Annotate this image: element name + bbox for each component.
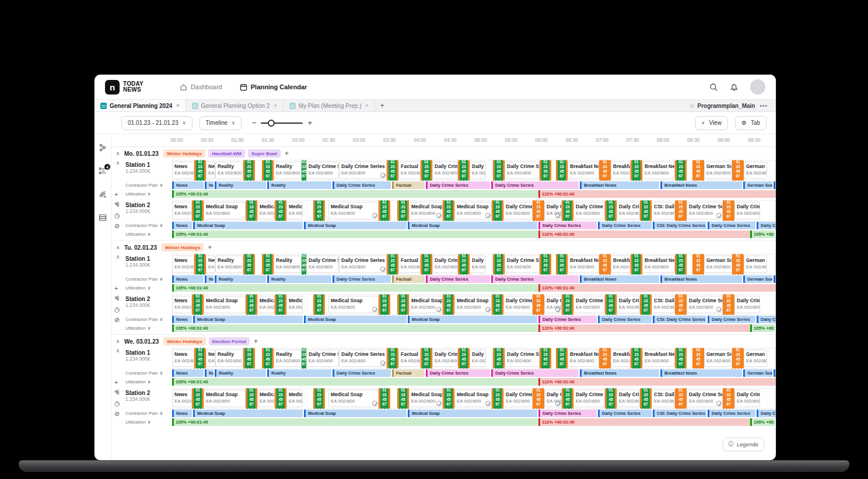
ad-break-block[interactable]: 01234567: [192, 294, 204, 315]
zoom-slider[interactable]: [261, 123, 303, 124]
utilization-segment[interactable]: 105% +00:01:40: [750, 418, 775, 426]
contractor-plan-segment[interactable]: Medical Soap: [193, 410, 303, 417]
contractor-plan-label[interactable]: Contractor Plan∨: [125, 410, 172, 417]
program-block[interactable]: Medical SoapEA 002/800: [328, 202, 379, 219]
contractor-plan-segment[interactable]: News: [172, 410, 192, 417]
program-block[interactable]: NewsEA 002/800: [206, 256, 215, 273]
program-block[interactable]: Daily Crime SeriesEA 002/800: [734, 390, 760, 407]
ad-break-block[interactable]: 01234567: [631, 160, 642, 181]
program-block[interactable]: Daily Crime SeriesEA 002/800: [734, 296, 760, 313]
contractor-plan-segment[interactable]: Breakfast News: [580, 275, 659, 283]
contractor-plan-segment[interactable]: German Soap: [743, 369, 772, 377]
ad-break-block[interactable]: 01234567: [302, 254, 306, 275]
day-tag[interactable]: Winter Holidays: [162, 243, 204, 251]
utilization-segment[interactable]: 105% +00:01:40: [172, 378, 538, 386]
day-tag[interactable]: Super Bowl: [248, 149, 281, 158]
contractor-plan-label[interactable]: Contractor Plan∨: [125, 181, 172, 189]
avatar[interactable]: [750, 79, 765, 95]
program-block[interactable]: Daily Crime SeriesEA 002/800: [505, 162, 540, 179]
contractor-plan-segment[interactable]: CSI: Daily Crime Series: [653, 222, 706, 229]
zoom-slider-knob[interactable]: [268, 120, 275, 127]
program-block[interactable]: German SoapEA 002/800: [704, 349, 732, 367]
contractor-plan-segment[interactable]: Breakfast News: [580, 369, 659, 377]
ad-break-block[interactable]: 01234567: [421, 254, 432, 275]
program-block[interactable]: Medical SoapEA 002/800: [454, 202, 492, 219]
contractor-plan-segment[interactable]: German Soap: [743, 181, 772, 189]
program-block[interactable]: Daily Crime SeriesEA 002/800: [470, 349, 486, 367]
program-block[interactable]: Breakfast NewsEA 002/800: [568, 256, 599, 273]
contractor-plan-segment[interactable]: News: [205, 181, 214, 189]
ad-break-block[interactable]: 01234567: [723, 294, 734, 315]
program-block[interactable]: Medical SoapEA 002/800: [409, 202, 443, 219]
ad-break-block[interactable]: 01234567: [675, 200, 687, 221]
program-block[interactable]: Breakfast NewsEA 002/800: [611, 349, 631, 367]
utilization-segment[interactable]: 122% +00:01:40: [538, 324, 750, 332]
contractor-plan-segment[interactable]: Factual: [392, 275, 425, 283]
program-block[interactable]: Medical SoapEA 002/800: [409, 390, 443, 407]
contractor-plan-segment[interactable]: News: [172, 275, 204, 283]
ad-break-block[interactable]: 01234567: [562, 200, 573, 221]
program-block[interactable]: Medical SoapEA 002/800: [257, 390, 275, 407]
ad-break-block[interactable]: 01234567: [379, 294, 390, 315]
day-tag[interactable]: Handball-WM: [208, 149, 245, 158]
timeline-mode-select[interactable]: Timeline ∨: [200, 116, 242, 130]
program-block[interactable]: Medical SoapEA 002/800: [204, 390, 246, 407]
contractor-plan-segment[interactable]: Daily Crime Series: [757, 316, 776, 323]
program-block[interactable]: Medical SoapEA 002/800: [257, 296, 275, 313]
search-icon[interactable]: [709, 83, 718, 92]
legend-button[interactable]: ⓘ Legende: [723, 438, 764, 451]
add-day-tag-button[interactable]: +: [254, 337, 258, 345]
ad-break-block[interactable]: 01234567: [275, 200, 286, 221]
ad-break-block[interactable]: 01234567: [675, 348, 687, 369]
approval-icon[interactable]: ⊘: [114, 223, 120, 229]
program-block[interactable]: RealityEA 002/800: [274, 256, 302, 273]
contractor-plan-segment[interactable]: Medical Soap: [304, 222, 407, 229]
ad-break-block[interactable]: 01234567: [192, 388, 204, 409]
date-range-picker[interactable]: 01.01.23 - 21.01.23 ∨: [121, 116, 192, 130]
contractor-plan-segment[interactable]: Breakfast News: [660, 275, 742, 283]
contractor-plan-segment[interactable]: German Soap: [774, 181, 776, 189]
history-icon[interactable]: ◷: [114, 400, 120, 407]
ad-break-block[interactable]: 01234567: [387, 254, 398, 275]
table-rows-icon[interactable]: [99, 214, 107, 224]
program-block[interactable]: NewsEA 002/800: [172, 390, 192, 407]
collapse-station-button[interactable]: ∧: [116, 254, 120, 275]
ad-break-block[interactable]: 01234567: [246, 200, 257, 221]
program-block[interactable]: Breakfast NewsEA 002/800: [568, 349, 599, 367]
contractor-plan-segment[interactable]: News: [172, 181, 204, 189]
contractor-plan-segment[interactable]: Medical Soap: [408, 316, 537, 323]
program-block[interactable]: NewsEA 002/800: [172, 256, 194, 273]
utilization-segment[interactable]: 105% +00:01:40: [172, 324, 538, 332]
tab-settings-button[interactable]: ⚙ Tab: [735, 116, 766, 130]
program-block[interactable]: Daily Crime SeriesEA 002/800: [505, 349, 540, 367]
program-block[interactable]: Medical SoapEA 002/800: [286, 390, 303, 407]
contractor-plan-segment[interactable]: Breakfast News: [660, 369, 742, 377]
program-block[interactable]: Medical SoapEA 002/800: [454, 296, 492, 313]
contractor-plan-segment[interactable]: Medical Soap: [408, 410, 537, 417]
ad-break-block[interactable]: 01234567: [397, 200, 409, 221]
ad-break-block[interactable]: 01234567: [723, 388, 734, 409]
program-block[interactable]: German SoapEA 002/800: [744, 256, 767, 273]
ad-break-block[interactable]: 01234567: [562, 294, 573, 315]
program-block[interactable]: RealityEA 002/800: [215, 162, 243, 179]
ad-break-block[interactable]: 01234567: [631, 254, 642, 275]
ad-break-block[interactable]: 01234567: [556, 160, 568, 181]
ad-break-block[interactable]: 01234567: [458, 160, 470, 181]
contractor-plan-segment[interactable]: Factual: [392, 369, 425, 377]
contractor-plan-segment[interactable]: Medical Soap: [193, 222, 303, 229]
contractor-plan-segment[interactable]: German Soap: [774, 275, 776, 283]
utilization-segment[interactable]: 105% +00:01:40: [172, 284, 538, 292]
contractor-plan-segment[interactable]: News: [172, 222, 192, 229]
ad-break-block[interactable]: 01234567: [492, 200, 503, 221]
ad-break-block[interactable]: 01234567: [443, 294, 454, 315]
utilization-label[interactable]: Utilization∨: [125, 284, 172, 292]
program-block[interactable]: Daily Crime SeriesEA 002/800: [432, 349, 458, 367]
ad-break-block[interactable]: 01234567: [379, 388, 390, 409]
ad-break-block[interactable]: 01234567: [493, 160, 505, 181]
program-block[interactable]: Medical SoapEA 002/800: [204, 202, 246, 219]
ad-break-block[interactable]: 01234567: [692, 348, 704, 369]
program-block[interactable]: German SoapEA 002/800: [704, 162, 732, 179]
contractor-plan-segment[interactable]: News: [205, 369, 214, 377]
day-tag[interactable]: Election Period: [209, 337, 250, 345]
ad-break-block[interactable]: 01234567: [275, 294, 286, 315]
